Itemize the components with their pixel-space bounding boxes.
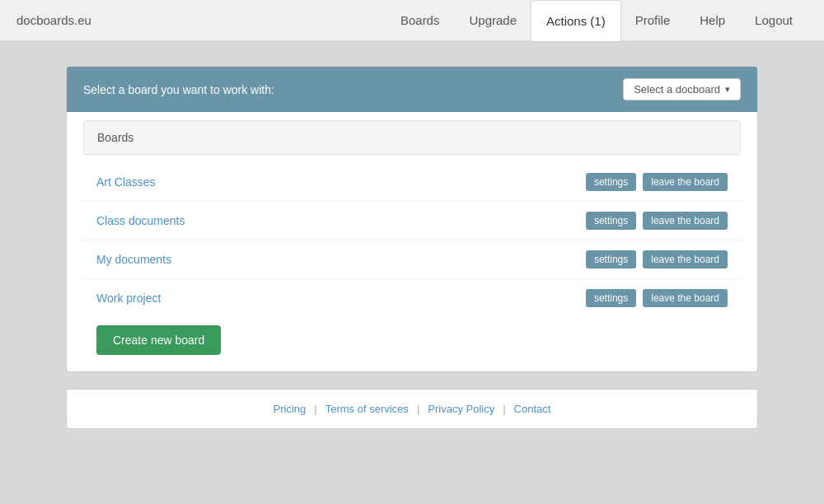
settings-button-my-documents[interactable]: settings: [586, 250, 636, 268]
main-content: Select a board you want to work with: Se…: [0, 41, 824, 454]
nav-logout[interactable]: Logout: [740, 0, 808, 40]
leave-button-class-documents[interactable]: leave the board: [643, 212, 728, 230]
footer-sep-3: |: [503, 403, 505, 415]
boards-subheader: Boards: [83, 120, 741, 155]
brand-name: docboards.eu: [16, 13, 91, 27]
board-row-actions-my-documents: settingsleave the board: [586, 250, 728, 268]
nav-items: Boards Upgrade Actions (1) Profile Help …: [386, 0, 808, 40]
nav-help[interactable]: Help: [685, 0, 740, 40]
footer-link-terms[interactable]: Terms of services: [325, 403, 409, 415]
footer-sep-2: |: [417, 403, 419, 415]
leave-button-art-classes[interactable]: leave the board: [643, 173, 728, 191]
board-row-actions-art-classes: settingsleave the board: [586, 173, 728, 191]
board-panel: Select a board you want to work with: Se…: [66, 66, 758, 372]
nav-actions[interactable]: Actions (1): [531, 1, 620, 41]
select-docboard-button[interactable]: Select a docboard: [623, 78, 741, 100]
footer-link-privacy[interactable]: Privacy Policy: [428, 403, 494, 415]
board-row: My documentssettingsleave the board: [83, 240, 741, 279]
settings-button-class-documents[interactable]: settings: [586, 212, 636, 230]
board-row-actions-class-documents: settingsleave the board: [586, 212, 728, 230]
nav-upgrade[interactable]: Upgrade: [454, 0, 531, 40]
leave-button-work-project[interactable]: leave the board: [643, 289, 728, 307]
settings-button-art-classes[interactable]: settings: [586, 173, 636, 191]
nav-boards[interactable]: Boards: [386, 0, 455, 40]
board-row-actions-work-project: settingsleave the board: [586, 289, 728, 307]
board-row-name-class-documents[interactable]: Class documents: [96, 214, 185, 227]
settings-button-work-project[interactable]: settings: [586, 289, 636, 307]
select-board-label: Select a board you want to work with:: [83, 83, 274, 96]
footer-panel: Pricing | Terms of services | Privacy Po…: [66, 389, 758, 429]
board-panel-header: Select a board you want to work with: Se…: [67, 67, 757, 112]
footer-link-pricing[interactable]: Pricing: [274, 403, 307, 415]
footer-sep-1: |: [314, 403, 316, 415]
leave-button-my-documents[interactable]: leave the board: [643, 250, 728, 268]
create-new-board-button[interactable]: Create new board: [96, 325, 221, 355]
board-row-name-my-documents[interactable]: My documents: [96, 253, 171, 266]
nav-profile[interactable]: Profile: [620, 0, 686, 40]
footer-link-contact[interactable]: Contact: [514, 403, 551, 415]
board-row-name-art-classes[interactable]: Art Classes: [96, 175, 156, 189]
board-row-name-work-project[interactable]: Work project: [96, 292, 161, 305]
board-row: Work projectsettingsleave the board: [83, 279, 741, 317]
board-row: Class documentssettingsleave the board: [83, 202, 741, 240]
board-row: Art Classessettingsleave the board: [83, 163, 741, 202]
board-panel-body: Boards Art Classessettingsleave the boar…: [67, 112, 757, 371]
board-rows-container: Art Classessettingsleave the boardClass …: [83, 163, 741, 317]
navbar: docboards.eu Boards Upgrade Actions (1) …: [0, 0, 824, 41]
